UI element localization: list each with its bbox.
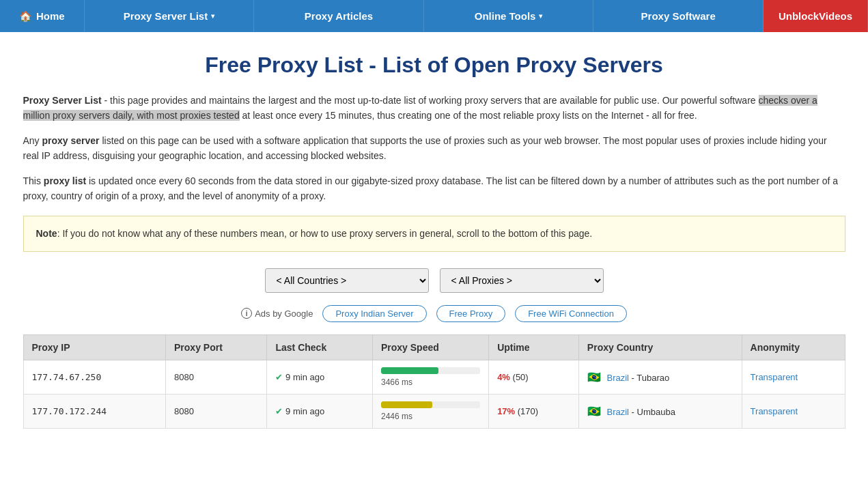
table-header: Proxy IP Proxy Port Last Check Proxy Spe… [23, 334, 845, 360]
proxy-ip: 177.70.172.244 [32, 406, 107, 416]
flag-icon: 🇧🇷 [587, 371, 601, 383]
ads-label: i Ads by Google [241, 308, 313, 319]
ads-by-google-label: Ads by Google [255, 309, 313, 319]
nav-online-tools[interactable]: Online Tools ▾ [424, 0, 594, 32]
main-content: Free Proxy List - List of Open Proxy Ser… [11, 32, 858, 429]
nav-unblock-videos[interactable]: UnblockVideos [764, 0, 868, 32]
intro-1-body: - this page provides and maintains the l… [102, 95, 759, 106]
intro-paragraph-1: Proxy Server List - this page provides a… [23, 93, 845, 124]
table-row: 177.70.172.244 8080 ✔ 9 min ago 2446 ms … [23, 394, 845, 428]
nav-proxy-software[interactable]: Proxy Software [593, 0, 764, 32]
cell-anonymity: Transparent [742, 394, 845, 428]
uptime-value: 4% [497, 372, 510, 382]
ads-section: i Ads by Google Proxy Indian Server Free… [23, 305, 845, 322]
proxy-ip: 177.74.67.250 [32, 372, 102, 382]
intro-3-bold: proxy list [44, 175, 86, 186]
th-uptime: Uptime [489, 334, 579, 360]
intro-1-bold: Proxy Server List [23, 95, 102, 106]
nav-home[interactable]: 🏠 Home [0, 0, 85, 32]
intro-2-pre: Any [23, 135, 42, 146]
th-last-check: Last Check [267, 334, 372, 360]
nav-proxy-server-list[interactable]: Proxy Server List ▾ [85, 0, 255, 32]
intro-1-post: at least once every 15 minutes, thus cre… [240, 110, 697, 121]
cell-last-check: ✔ 9 min ago [267, 394, 372, 428]
cell-speed: 3466 ms [372, 360, 488, 394]
speed-label: 2446 ms [381, 412, 412, 421]
intro-paragraph-2: Any proxy server listed on this page can… [23, 133, 845, 164]
city-label: - Umbauba [632, 407, 675, 417]
speed-bar-outer [381, 367, 480, 374]
nav-proxy-server-list-label: Proxy Server List [124, 10, 208, 22]
cell-uptime: 4% (50) [489, 360, 579, 394]
uptime-value: 17% [497, 406, 515, 416]
speed-label: 3466 ms [381, 377, 412, 387]
proxy-table: Proxy IP Proxy Port Last Check Proxy Spe… [23, 334, 845, 429]
page-title: Free Proxy List - List of Open Proxy Ser… [23, 53, 845, 78]
th-proxy-country: Proxy Country [578, 334, 742, 360]
intro-3-pre: This [23, 175, 44, 186]
intro-3-body: is updated once every 60 seconds from th… [23, 175, 839, 201]
anonymity-link[interactable]: Transparent [751, 372, 798, 382]
anonymity-link[interactable]: Transparent [751, 406, 798, 416]
cell-anonymity: Transparent [742, 360, 845, 394]
filter-section: < All Countries > < All Proxies > [23, 268, 845, 293]
city-label: - Tubarao [632, 373, 670, 383]
th-proxy-ip: Proxy IP [23, 334, 166, 360]
cell-last-check: ✔ 9 min ago [267, 360, 372, 394]
nav-unblock-videos-label: UnblockVideos [779, 10, 852, 22]
nav-proxy-articles[interactable]: Proxy Articles [254, 0, 424, 32]
countries-select[interactable]: < All Countries > [265, 268, 429, 293]
check-icon: ✔ [275, 372, 283, 382]
table-row: 177.74.67.250 8080 ✔ 9 min ago 3466 ms 4… [23, 360, 845, 394]
check-icon: ✔ [275, 406, 283, 416]
intro-paragraph-3: This proxy list is updated once every 60… [23, 173, 845, 204]
online-tools-arrow-icon: ▾ [539, 12, 542, 20]
th-proxy-speed: Proxy Speed [372, 334, 488, 360]
nav-proxy-software-label: Proxy Software [641, 10, 716, 22]
country-link[interactable]: Brazil [606, 407, 629, 417]
note-body: : If you do not know what any of these n… [57, 228, 593, 239]
info-icon: i [241, 308, 252, 319]
ad-btn-free-wifi[interactable]: Free WiFi Connection [515, 305, 627, 322]
note-box: Note: If you do not know what any of the… [23, 216, 845, 251]
proxies-select[interactable]: < All Proxies > [440, 268, 604, 293]
flag-icon: 🇧🇷 [587, 405, 601, 417]
cell-uptime: 17% (170) [489, 394, 579, 428]
speed-bar-inner [381, 367, 438, 374]
table-body: 177.74.67.250 8080 ✔ 9 min ago 3466 ms 4… [23, 360, 845, 428]
ad-btn-proxy-indian-server[interactable]: Proxy Indian Server [322, 305, 426, 322]
cell-port: 8080 [166, 360, 267, 394]
cell-ip: 177.70.172.244 [23, 394, 166, 428]
intro-2-bold: proxy server [42, 135, 100, 146]
intro-section: Proxy Server List - this page provides a… [23, 93, 845, 203]
speed-bar-inner [381, 401, 432, 408]
proxy-server-list-arrow-icon: ▾ [211, 12, 214, 20]
th-proxy-port: Proxy Port [166, 334, 267, 360]
cell-country: 🇧🇷 Brazil - Tubarao [578, 360, 742, 394]
note-bold: Note [36, 228, 57, 239]
nav-online-tools-label: Online Tools [475, 10, 536, 22]
cell-speed: 2446 ms [372, 394, 488, 428]
country-link[interactable]: Brazil [606, 373, 629, 383]
cell-country: 🇧🇷 Brazil - Umbauba [578, 394, 742, 428]
main-nav: 🏠 Home Proxy Server List ▾ Proxy Article… [0, 0, 868, 32]
cell-ip: 177.74.67.250 [23, 360, 166, 394]
speed-bar-outer [381, 401, 480, 408]
intro-2-body: listed on this page can be used with a s… [23, 135, 827, 161]
ad-btn-free-proxy[interactable]: Free Proxy [436, 305, 506, 322]
home-icon: 🏠 [19, 10, 32, 23]
cell-port: 8080 [166, 394, 267, 428]
nav-home-label: Home [36, 10, 65, 22]
nav-proxy-articles-label: Proxy Articles [305, 10, 373, 22]
th-anonymity: Anonymity [742, 334, 845, 360]
